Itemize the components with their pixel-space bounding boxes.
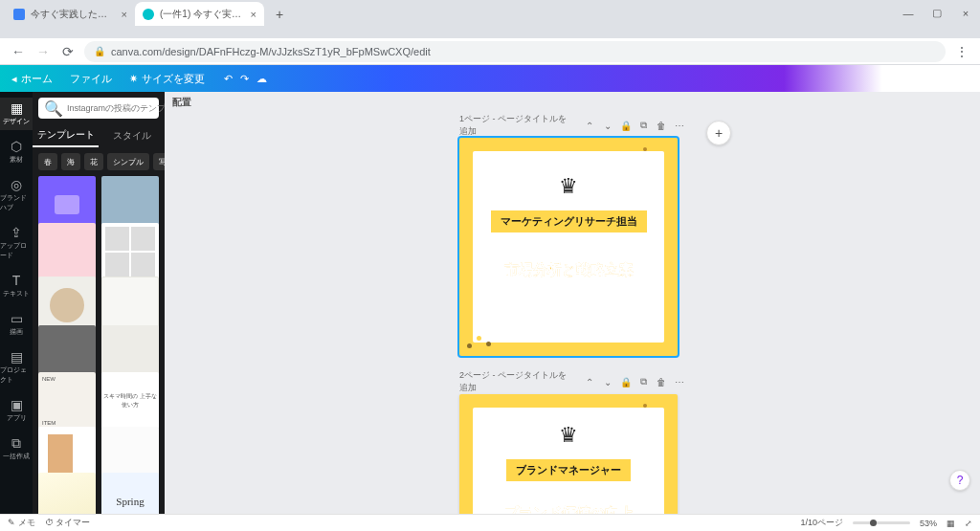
subtitle-text: ブランド価値の向上 [504,504,634,514]
rail-bulk[interactable]: ⧉一括作成 [0,432,33,465]
cloud-icon: ☁ [256,73,267,85]
browser-tab-active[interactable]: (一件1) 今すぐ実践したい - Instagr… × [135,2,264,26]
tab-styles[interactable]: スタイル [99,124,165,147]
lock-icon[interactable]: 🔒 [619,375,632,388]
browser-chrome: 今すぐ実践したい - Instagramの投… × (一件1) 今すぐ実践したい… [0,0,980,38]
search-wrap: 🔍 [33,92,165,124]
reload-button[interactable]: ⟳ [57,41,78,62]
tab-strip: 今すぐ実践したい - Instagramの投… × (一件1) 今すぐ実践したい… [0,0,980,26]
more-icon[interactable]: ⋯ [673,375,685,388]
page-header: 2ページ - ページタイトルを追加 ⌃ ⌄ 🔒 ⧉ 🗑 ⋯ [459,369,685,394]
canvas-area[interactable]: 配置 + ? 1ページ - ページタイトルを追加 ⌃ ⌄ 🔒 ⧉ 🗑 ⋯ [165,92,980,514]
rail-draw[interactable]: ▭描画 [0,308,33,341]
url-bar[interactable]: 🔒 canva.com/design/DAFnFHczg-M/vJJzksSzT… [84,41,946,62]
maximize-button[interactable]: ▢ [923,0,951,26]
chip[interactable]: 写真 [153,153,165,170]
grid-view-icon[interactable]: ▦ [947,519,955,528]
rail-elements[interactable]: ⬡素材 [0,136,33,168]
trash-icon[interactable]: 🗑 [656,375,668,388]
rail-label: 素材 [10,155,23,165]
left-rail: ▦デザイン ⬡素材 ◎ブランドハブ ⇪アップロード Tテキスト ▭描画 ▤プロジ… [0,92,33,514]
page-header: 1ページ - ページタイトルを追加 ⌃ ⌄ 🔒 ⧉ 🗑 ⋯ [459,113,685,138]
undo-icon[interactable]: ↶ [224,73,233,85]
address-bar-row: ← → ⟳ 🔒 canva.com/design/DAFnFHczg-M/vJJ… [0,38,980,65]
chip[interactable]: 花 [84,153,103,170]
brand-icon: ◎ [11,178,22,191]
close-icon[interactable]: × [251,9,256,20]
rail-design[interactable]: ▦デザイン [0,98,33,130]
rail-label: ブランドハブ [0,193,33,212]
duplicate-icon[interactable]: ⧉ [637,119,650,132]
close-icon[interactable]: × [122,9,127,20]
history-controls: ↶ ↷ ☁ [224,73,267,85]
rail-label: アプリ [7,413,27,423]
zoom-slider[interactable] [853,521,910,524]
chevron-up-icon[interactable]: ⌃ [584,375,596,388]
page-title-text[interactable]: 2ページ - ページタイトルを追加 [459,369,572,394]
chip[interactable]: シンプル [107,153,149,170]
pages-column: 1ページ - ページタイトルを追加 ⌃ ⌄ 🔒 ⧉ 🗑 ⋯ ♛ マーケティングリ… [165,113,980,514]
templates-grid: NEWITEM スキマ時間の 上手な使い方 Spring [33,176,165,514]
search-input[interactable] [67,103,174,113]
timer-button[interactable]: ⏱ タイマー [45,517,91,529]
rail-projects[interactable]: ▤プロジェクト [0,346,33,388]
elements-icon: ⬡ [11,140,22,153]
home-menu[interactable]: ◂ ホーム [8,70,56,88]
extensions-icon[interactable]: ⋮ [951,41,972,62]
subtitle-text: 市場分析と戦略立案 [504,261,634,279]
chip[interactable]: 海 [61,153,80,170]
main-area: ▦デザイン ⬡素材 ◎ブランドハブ ⇪アップロード Tテキスト ▭描画 ▤プロジ… [0,92,980,514]
chip-row: 春 海 花 シンプル 写真 自己紹介 [33,147,165,176]
template-thumb[interactable]: NEWITEM [38,372,96,430]
rail-upload[interactable]: ⇪アップロード [0,222,33,264]
search-icon: 🔍 [44,100,63,118]
duplicate-icon[interactable]: ⧉ [637,375,650,388]
lock-icon[interactable]: 🔒 [619,119,632,132]
url-text: canva.com/design/DAFnFHczg-M/vJJzksSzT1y… [111,46,431,57]
side-panel: 🔍 テンプレート スタイル 春 海 花 シンプル 写真 自己紹介 NEWITEM [33,92,165,514]
search-box[interactable]: 🔍 [38,98,159,119]
rail-text[interactable]: Tテキスト [0,270,33,302]
page-indicator[interactable]: 1/10ページ [800,517,843,529]
template-thumb[interactable]: スキマ時間の 上手な使い方 [101,372,159,430]
page-canvas[interactable]: ♛ マーケティングリサーチ担当 市場分析と戦略立案 [459,138,678,356]
forward-button[interactable]: → [33,41,54,62]
zoom-value[interactable]: 53% [920,519,937,528]
template-thumb[interactable] [101,223,159,280]
rail-label: プロジェクト [0,365,33,385]
close-window-button[interactable]: × [951,0,980,26]
fullscreen-icon[interactable]: ⤢ [965,519,972,528]
crown-icon: ♛ [559,425,578,446]
chip[interactable]: 春 [38,153,57,170]
file-menu[interactable]: ファイル [66,70,116,88]
canva-top-bar: ◂ ホーム ファイル ✷ サイズを変更 ↶ ↷ ☁ [0,65,980,92]
apps-icon: ▣ [11,398,23,411]
rail-brand[interactable]: ◎ブランドハブ [0,174,33,216]
page-title-text[interactable]: 1ページ - ページタイトルを追加 [459,113,572,138]
chevron-up-icon[interactable]: ⌃ [584,119,596,132]
ribbon-label: ブランドマネージャー [506,459,631,481]
lock-icon: 🔒 [94,46,105,56]
page-block: 2ページ - ページタイトルを追加 ⌃ ⌄ 🔒 ⧉ 🗑 ⋯ ♛ ブランドマネージ… [459,369,685,514]
browser-tab[interactable]: 今すぐ実践したい - Instagramの投… × [6,2,135,26]
page-canvas[interactable]: ♛ ブランドマネージャー ブランド価値の向上 [459,394,678,514]
resize-menu[interactable]: ✷ サイズを変更 [125,70,209,88]
more-icon[interactable]: ⋯ [673,119,685,132]
notes-label: メモ [18,518,35,527]
favicon-icon [13,9,25,20]
back-button[interactable]: ← [8,41,29,62]
rail-apps[interactable]: ▣アプリ [0,394,33,427]
trash-icon[interactable]: 🗑 [656,119,668,132]
notes-button[interactable]: ✎ メモ [8,517,35,529]
template-thumb[interactable] [38,223,96,280]
tab-templates[interactable]: テンプレート [33,124,99,147]
new-tab-button[interactable]: + [268,3,291,26]
chevron-down-icon[interactable]: ⌄ [602,375,614,388]
chevron-down-icon[interactable]: ⌄ [602,119,614,132]
thumb-text: NEW [42,376,92,382]
template-thumb[interactable] [38,473,96,514]
minimize-button[interactable]: — [894,0,923,26]
redo-icon[interactable]: ↷ [240,73,249,85]
design-icon: ▦ [11,101,23,115]
template-thumb[interactable]: Spring [101,473,159,514]
